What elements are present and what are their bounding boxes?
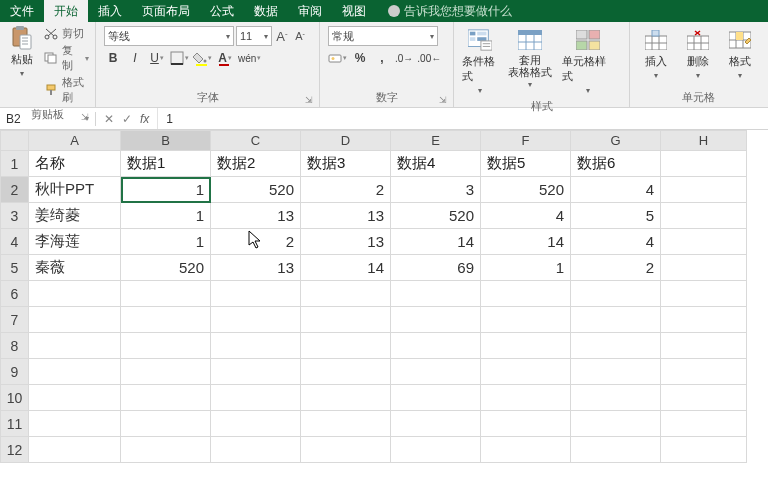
dialog-launcher-icon[interactable]: ⇲	[439, 95, 447, 105]
cell[interactable]	[571, 333, 661, 359]
cell[interactable]	[391, 359, 481, 385]
cell[interactable]	[301, 333, 391, 359]
cell[interactable]: 数据4	[391, 151, 481, 177]
row-header[interactable]: 6	[1, 281, 29, 307]
phonetic-guide-button[interactable]: wén▾	[238, 49, 261, 67]
font-size-combo[interactable]: 11▾	[236, 26, 272, 46]
cell[interactable]	[571, 411, 661, 437]
cell[interactable]: 69	[391, 255, 481, 281]
cell[interactable]	[571, 281, 661, 307]
cell[interactable]	[211, 307, 301, 333]
cell[interactable]: 秋叶PPT	[29, 177, 121, 203]
row-header[interactable]: 10	[1, 385, 29, 411]
cell[interactable]: 数据2	[211, 151, 301, 177]
paste-button[interactable]: 粘贴 ▾	[4, 24, 40, 80]
cell[interactable]	[121, 307, 211, 333]
cell[interactable]	[29, 411, 121, 437]
dialog-launcher-icon[interactable]: ⇲	[81, 112, 89, 122]
cell[interactable]	[29, 437, 121, 463]
delete-cells-button[interactable]: 删除 ▾	[678, 26, 718, 82]
cell[interactable]	[661, 307, 747, 333]
cell[interactable]: 5	[571, 203, 661, 229]
decrease-font-icon[interactable]: Aˇ	[292, 28, 308, 44]
cell[interactable]	[481, 333, 571, 359]
cell[interactable]	[661, 385, 747, 411]
cell[interactable]	[121, 385, 211, 411]
cell[interactable]	[211, 411, 301, 437]
cell[interactable]	[661, 437, 747, 463]
cell[interactable]	[211, 281, 301, 307]
row-header[interactable]: 5	[1, 255, 29, 281]
cell[interactable]	[121, 333, 211, 359]
cell[interactable]	[301, 411, 391, 437]
cell[interactable]	[571, 307, 661, 333]
row-header[interactable]: 12	[1, 437, 29, 463]
cell[interactable]: 数据5	[481, 151, 571, 177]
number-format-combo[interactable]: 常规▾	[328, 26, 438, 46]
cell[interactable]	[29, 307, 121, 333]
cell[interactable]	[391, 385, 481, 411]
cell[interactable]	[211, 385, 301, 411]
bold-button[interactable]: B	[104, 49, 122, 67]
cell[interactable]	[661, 177, 747, 203]
cell[interactable]	[29, 385, 121, 411]
cell[interactable]	[391, 281, 481, 307]
cell[interactable]	[121, 281, 211, 307]
cell[interactable]	[211, 333, 301, 359]
cell[interactable]	[661, 333, 747, 359]
cell[interactable]: 秦薇	[29, 255, 121, 281]
cell[interactable]	[29, 333, 121, 359]
cell[interactable]: 数据3	[301, 151, 391, 177]
select-all-corner[interactable]	[1, 131, 29, 151]
fx-icon[interactable]: fx	[140, 112, 149, 126]
cell[interactable]	[661, 151, 747, 177]
cell[interactable]	[391, 333, 481, 359]
row-header[interactable]: 11	[1, 411, 29, 437]
spreadsheet-grid[interactable]: ABCDEFGH1名称数据1数据2数据3数据4数据5数据62秋叶PPT15202…	[0, 130, 747, 463]
cell[interactable]: 520	[391, 203, 481, 229]
cell[interactable]	[661, 203, 747, 229]
cell[interactable]: 520	[211, 177, 301, 203]
cell[interactable]: 数据1	[121, 151, 211, 177]
cell-styles-button[interactable]: 单元格样式 ▾	[560, 26, 616, 97]
cell[interactable]	[301, 385, 391, 411]
cell[interactable]: 4	[571, 177, 661, 203]
column-header[interactable]: C	[211, 131, 301, 151]
cell[interactable]: 4	[571, 229, 661, 255]
cell[interactable]: 1	[121, 177, 211, 203]
cut-button[interactable]: 剪切	[44, 26, 89, 41]
cell[interactable]: 姜绮菱	[29, 203, 121, 229]
insert-cells-button[interactable]: 插入 ▾	[636, 26, 676, 82]
column-header[interactable]: G	[571, 131, 661, 151]
cell[interactable]: 2	[301, 177, 391, 203]
cell[interactable]: 2	[211, 229, 301, 255]
cell[interactable]	[391, 411, 481, 437]
cell[interactable]	[481, 411, 571, 437]
cell[interactable]: 1	[121, 229, 211, 255]
cell[interactable]: 520	[481, 177, 571, 203]
cell[interactable]: 14	[391, 229, 481, 255]
column-header[interactable]: D	[301, 131, 391, 151]
cell[interactable]: 1	[481, 255, 571, 281]
column-header[interactable]: A	[29, 131, 121, 151]
format-painter-button[interactable]: 格式刷	[44, 75, 89, 105]
comma-button[interactable]: ,	[373, 49, 391, 67]
row-header[interactable]: 3	[1, 203, 29, 229]
cell[interactable]: 4	[481, 203, 571, 229]
cell[interactable]: 13	[301, 203, 391, 229]
dialog-launcher-icon[interactable]: ⇲	[305, 95, 313, 105]
column-header[interactable]: E	[391, 131, 481, 151]
tab-review[interactable]: 审阅	[288, 0, 332, 23]
cell[interactable]	[481, 385, 571, 411]
tab-insert[interactable]: 插入	[88, 0, 132, 23]
cell[interactable]	[29, 359, 121, 385]
font-color-button[interactable]: A▾	[216, 49, 234, 67]
row-header[interactable]: 1	[1, 151, 29, 177]
cell[interactable]: 520	[121, 255, 211, 281]
accounting-format-button[interactable]: ▾	[328, 49, 347, 67]
cell[interactable]	[391, 307, 481, 333]
column-header[interactable]: H	[661, 131, 747, 151]
cell[interactable]: 13	[301, 229, 391, 255]
cell[interactable]: 李海莲	[29, 229, 121, 255]
cell[interactable]	[481, 359, 571, 385]
